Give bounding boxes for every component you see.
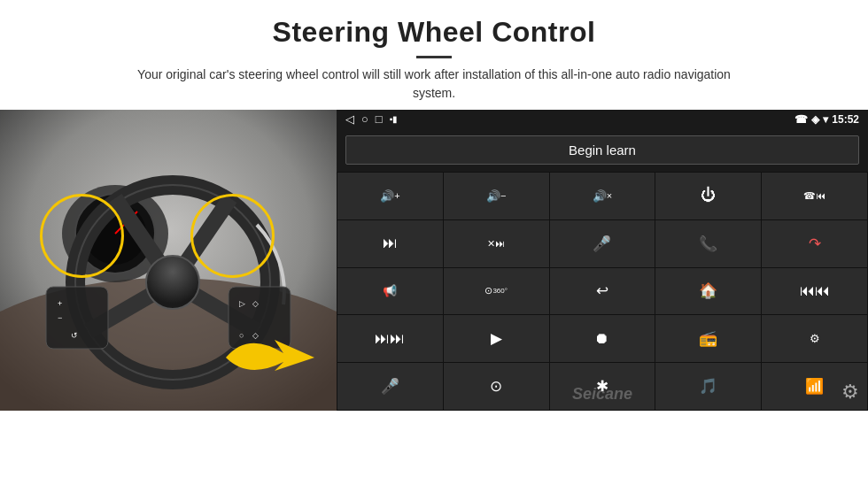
audio-src-button[interactable]: 📢 — [337, 268, 443, 315]
begin-learn-row: Begin learn — [337, 128, 868, 172]
location-icon: ◈ — [811, 113, 819, 126]
begin-learn-button[interactable]: Begin learn — [345, 135, 859, 165]
circle-left-highlight — [40, 194, 124, 278]
svg-text:+: + — [58, 299, 62, 308]
fast-fwd-button[interactable]: ⏭⏭ — [337, 315, 443, 362]
mic2-button[interactable]: 🎤 — [337, 363, 443, 410]
power-button[interactable]: ⏻ — [655, 173, 761, 219]
car-image: + − ↺ ▷ ◇ ○ ◇ — [0, 110, 337, 411]
svg-text:▷: ▷ — [239, 299, 245, 308]
nav-circle-icon[interactable]: ○ — [361, 112, 368, 126]
divider — [416, 56, 452, 58]
battery-icon: ▪▮ — [390, 114, 399, 124]
phone-status-icon: ☎ — [794, 113, 808, 126]
svg-point-12 — [146, 256, 199, 309]
android-screen: ◁ ○ □ ▪▮ ☎ ◈ ▾ 15:52 Begin learn — [337, 110, 868, 411]
bluetooth-button[interactable]: ✱ — [550, 363, 655, 410]
home-button[interactable]: 🏠 — [655, 268, 761, 315]
360-cam-button[interactable]: ⊙360° — [444, 268, 549, 315]
svg-text:↺: ↺ — [71, 331, 78, 340]
controls-grid: 🔊+ 🔊− 🔊× ⏻ ☎⏮ ⏭ ✕⏭ 🎤 📞 ↷ 📢 ⊙360° ↩ 🏠 — [337, 172, 868, 411]
header-description: Your original car's steering wheel contr… — [124, 65, 744, 103]
header-section: Steering Wheel Control Your original car… — [0, 0, 868, 110]
music-button[interactable]: 🎵 — [655, 363, 761, 410]
back-button[interactable]: ↩ — [550, 268, 655, 315]
android-screen-wrapper: ◁ ○ □ ▪▮ ☎ ◈ ▾ 15:52 Begin learn — [337, 110, 868, 411]
mute-button[interactable]: 🔊× — [550, 173, 655, 219]
svg-text:◇: ◇ — [252, 299, 259, 308]
mic-button[interactable]: 🎤 — [550, 220, 655, 267]
next-track-button[interactable]: ⏭ — [337, 220, 443, 267]
page-title: Steering Wheel Control — [35, 16, 833, 49]
content-area: + − ↺ ▷ ◇ ○ ◇ — [0, 110, 868, 485]
settings-gear-icon[interactable]: ⚙ — [841, 381, 859, 404]
nav-square-icon[interactable]: □ — [376, 112, 383, 126]
eq-button[interactable]: ⚙ — [762, 315, 867, 362]
circle-right-highlight — [190, 194, 275, 278]
nav-back-icon[interactable]: ◁ — [345, 112, 354, 126]
prev-button[interactable]: ⏮⏮ — [762, 268, 867, 315]
end-call-button[interactable]: ↷ — [762, 220, 867, 267]
status-bar: ◁ ○ □ ▪▮ ☎ ◈ ▾ 15:52 — [337, 110, 868, 128]
wifi-icon: ▾ — [823, 113, 828, 126]
cam-button[interactable]: ⊙ — [444, 363, 549, 410]
svg-text:−: − — [58, 313, 62, 322]
radio-button[interactable]: 📻 — [655, 315, 761, 362]
clock: 15:52 — [832, 113, 859, 126]
seek-button[interactable]: ✕⏭ — [444, 220, 549, 267]
status-bar-right: ☎ ◈ ▾ 15:52 — [794, 113, 859, 126]
call-prev-button[interactable]: ☎⏮ — [762, 173, 867, 219]
nav-button[interactable]: ▶ — [444, 315, 549, 362]
call-button[interactable]: 📞 — [655, 220, 761, 267]
status-bar-left: ◁ ○ □ ▪▮ — [345, 112, 398, 126]
vol-down-button[interactable]: 🔊− — [444, 173, 549, 219]
arrow-svg — [221, 322, 319, 393]
page: Steering Wheel Control Your original car… — [0, 0, 868, 485]
vol-up-button[interactable]: 🔊+ — [337, 173, 443, 219]
media-button[interactable]: ⏺ — [550, 315, 655, 362]
